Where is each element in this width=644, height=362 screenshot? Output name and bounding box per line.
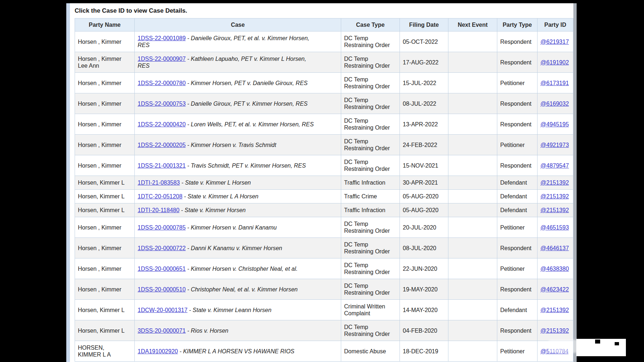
case-id-link[interactable]: 1DSS-22-0000907: [138, 56, 186, 62]
party-type-cell: Respondent: [497, 320, 538, 341]
party-type-cell: Petitioner: [497, 135, 538, 155]
case-id-link[interactable]: 3DSS-20-0000071: [138, 328, 186, 334]
case-title: - Kimmer Horsen v. Travis Schmidt: [187, 142, 276, 148]
party-id-link[interactable]: @6169032: [540, 101, 569, 107]
party-id-cell: @4879547: [538, 155, 573, 176]
party-id-link[interactable]: @4945195: [540, 121, 569, 127]
cases-table-body: Horsen , Kimmer 1DSS-22-0001089 - Daniel…: [75, 31, 573, 362]
case-title: - Travis Schmidt, PET v. Kimmer Horsen, …: [187, 163, 306, 169]
cases-table: Party Name Case Case Type Filing Date Ne…: [75, 18, 573, 362]
party-id-link[interactable]: @4921973: [540, 142, 569, 148]
party-id-link[interactable]: @4638380: [540, 266, 569, 272]
page-instruction: Click the Case ID to view Case Details.: [75, 7, 573, 14]
party-type-cell: Respondent: [497, 31, 538, 52]
column-header-party-name: Party Name: [75, 18, 135, 31]
party-id-link[interactable]: @4651593: [540, 224, 569, 231]
case-id-link[interactable]: 1DSS-22-0000205: [138, 142, 186, 148]
filing-date-cell: 04-FEB-2020: [400, 320, 448, 341]
party-id-link[interactable]: @2151392: [540, 307, 569, 313]
party-id-link[interactable]: @2151392: [540, 180, 569, 186]
case-id-link[interactable]: 1DA191002920: [138, 348, 178, 354]
filing-date-cell: 15-JUL-2022: [400, 73, 448, 93]
party-name-cell: Horsen , Kimmer: [75, 135, 135, 155]
case-id-link[interactable]: 1DTI-20-118480: [138, 207, 179, 213]
party-id-link[interactable]: @4646137: [540, 245, 569, 251]
table-header-row: Party Name Case Case Type Filing Date Ne…: [75, 18, 573, 31]
case-type-cell: Traffic Infraction: [341, 176, 400, 190]
case-type-cell: DC Temp Restraining Order: [341, 52, 400, 73]
case-type-cell: Traffic Infraction: [341, 203, 400, 217]
party-id-link[interactable]: @4879547: [540, 163, 569, 169]
case-cell: 1DCW-20-0001317 - State v. Kimmer Leann …: [135, 300, 341, 320]
party-id-cell: @2151392: [538, 203, 573, 217]
case-title: - Danni K Kanamu v. Kimmer Horsen: [187, 245, 282, 251]
table-row: Horsen, Kimmer L 1DTI-21-083583 - State …: [75, 176, 573, 190]
case-id-link[interactable]: 1DSS-20-0000785: [138, 224, 186, 231]
case-id-link[interactable]: 1DSS-20-0000722: [138, 245, 186, 251]
case-type-cell: DC Temp Restraining Order: [341, 155, 400, 176]
party-type-cell: Petitioner: [497, 217, 538, 238]
table-row: Horsen , Kimmer Lee Ann 1DSS-22-0000907 …: [75, 52, 573, 73]
party-id-link[interactable]: @6173191: [540, 80, 569, 86]
next-event-cell: [448, 73, 497, 93]
party-type-cell: Petitioner: [497, 73, 538, 93]
case-id-link[interactable]: 1DCW-20-0001317: [138, 307, 188, 313]
party-id-link[interactable]: @6191902: [540, 59, 569, 66]
case-type-cell: DC Temp Restraining Order: [341, 135, 400, 155]
table-row: Horsen , Kimmer 1DSS-22-0000420 - Loren …: [75, 114, 573, 135]
case-id-link[interactable]: 1DSS-22-0001089: [138, 35, 186, 41]
case-cell: 1DSS-22-0000907 - Kathleen Lapuaho, PET …: [135, 52, 341, 73]
case-type-cell: DC Temp Restraining Order: [341, 114, 400, 135]
party-name-cell: Horsen , Kimmer: [75, 31, 135, 52]
filing-date-cell: 15-NOV-2021: [400, 155, 448, 176]
column-header-case: Case: [135, 18, 341, 31]
case-cell: 1DSS-22-0000420 - Loren Wells, PET, et a…: [135, 114, 341, 135]
case-type-cell: DC Temp Restraining Order: [341, 31, 400, 52]
party-id-link[interactable]: @4623422: [540, 286, 569, 292]
case-cell: 1DA191002920 - KIMMER L A HORSEN VS HAWA…: [135, 341, 341, 362]
case-cell: 1DSS-20-0000785 - Kimmer Horsen v. Danni…: [135, 217, 341, 238]
case-cell: 1DSS-22-0000753 - Danielle Giroux, PET v…: [135, 93, 341, 114]
filing-date-cell: 05-AUG-2020: [400, 190, 448, 203]
case-id-link[interactable]: 1DSS-22-0000420: [138, 121, 186, 127]
case-type-cell: DC Temp Restraining Order: [341, 93, 400, 114]
filing-date-cell: 05-OCT-2022: [400, 31, 448, 52]
filing-date-cell: 17-AUG-2022: [400, 52, 448, 73]
case-title: - Kimmer Horsen, PET v. Danielle Giroux,…: [187, 80, 308, 86]
case-id-link[interactable]: 1DSS-20-0000510: [138, 286, 186, 292]
party-id-link[interactable]: @2151392: [540, 207, 569, 213]
party-id-cell: @6219317: [538, 31, 573, 52]
party-type-cell: Respondent: [497, 93, 538, 114]
party-id-cell: @4921973: [538, 135, 573, 155]
party-name-cell: Horsen , Kimmer: [75, 73, 135, 93]
next-event-cell: [448, 320, 497, 341]
party-name-cell: HORSEN, KIMMER L A: [75, 341, 135, 362]
case-id-link[interactable]: 1DTC-20-051208: [138, 193, 183, 199]
table-row: Horsen , Kimmer 1DSS-22-0000780 - Kimmer…: [75, 73, 573, 93]
case-id-link[interactable]: 1DSS-20-0000651: [138, 266, 186, 272]
column-header-party-type: Party Type: [497, 18, 538, 31]
party-id-cell: @4651593: [538, 217, 573, 238]
case-cell: 1DTI-20-118480 - State v. Kimmer Horsen: [135, 203, 341, 217]
case-type-cell: DC Temp Restraining Order: [341, 258, 400, 279]
case-cell: 1DSS-20-0000510 - Christopher Neal, et a…: [135, 279, 341, 300]
case-cell: 1DTI-21-083583 - State v. Kimmer L Horse…: [135, 176, 341, 190]
party-id-link[interactable]: @2151392: [540, 328, 569, 334]
party-id-link[interactable]: @2151392: [540, 193, 569, 199]
case-id-link[interactable]: 1DSS-21-0001321: [138, 163, 186, 169]
party-type-cell: Petitioner: [497, 341, 538, 362]
table-row: Horsen, Kimmer L 1DCW-20-0001317 - State…: [75, 300, 573, 320]
party-name-cell: Horsen , Kimmer: [75, 238, 135, 258]
party-type-cell: Defendant: [497, 300, 538, 320]
case-id-link[interactable]: 1DSS-22-0000780: [138, 80, 186, 86]
table-row: Horsen, Kimmer L 3DSS-20-0000071 - Rios …: [75, 320, 573, 341]
case-id-link[interactable]: 1DSS-22-0000753: [138, 101, 186, 107]
case-cell: 1DSS-22-0001089 - Danielle Giroux, PET, …: [135, 31, 341, 52]
party-type-cell: Respondent: [497, 238, 538, 258]
scrollbar[interactable]: [573, 3, 577, 362]
party-id-link[interactable]: @6219317: [540, 39, 569, 45]
letterbox-right: [577, 0, 644, 362]
party-id-cell: @4945195: [538, 114, 573, 135]
case-title: - Kimmer Horsen v. Danni Kanamu: [187, 224, 277, 231]
case-id-link[interactable]: 1DTI-21-083583: [138, 180, 180, 186]
